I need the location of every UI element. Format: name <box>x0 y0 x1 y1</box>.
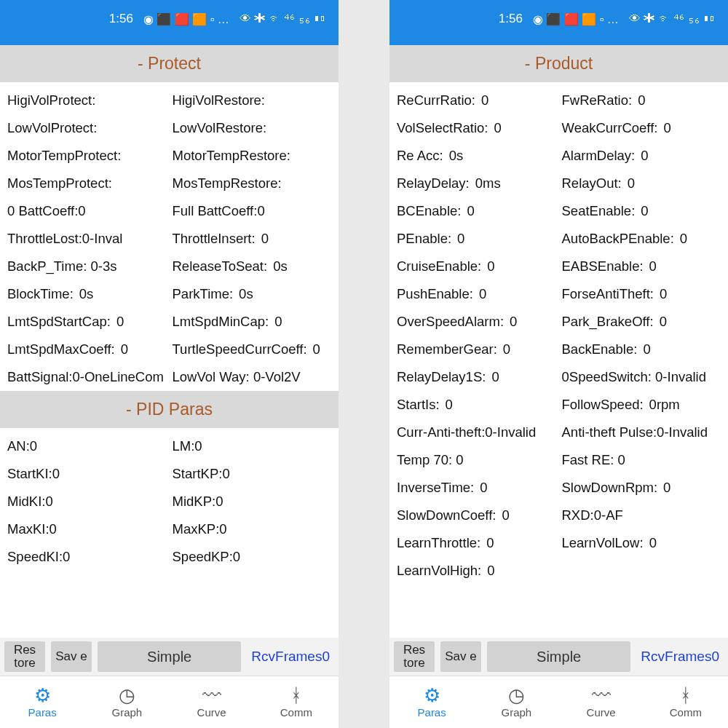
param-cell[interactable]: SlowDownCoeff:0 <box>394 502 559 529</box>
simple-button[interactable]: Simple <box>487 641 630 672</box>
param-cell[interactable]: BattSignal:0-OneLineCom <box>4 363 170 391</box>
param-cell[interactable]: LearnThrottle:0 <box>394 529 559 557</box>
param-cell[interactable]: MaxKP:0 <box>170 515 335 543</box>
param-cell[interactable]: LowVolProtect: <box>4 114 170 142</box>
param-cell[interactable]: EABSEnable:0 <box>559 253 724 280</box>
param-row: InverseTime:0SlowDownRpm:0 <box>389 474 728 502</box>
param-row: HigiVolProtect:HigiVolRestore: <box>0 87 339 114</box>
param-cell[interactable]: SpeedKI:0 <box>4 543 170 571</box>
param-cell[interactable]: HigiVolRestore: <box>170 87 335 114</box>
restore-button[interactable]: Res tore <box>394 641 435 672</box>
param-label: MidKP:0 <box>173 494 223 509</box>
section-header[interactable]: - Protect <box>0 45 339 82</box>
param-cell[interactable]: FwReRatio:0 <box>559 87 724 114</box>
param-value: 0 <box>446 397 453 412</box>
param-cell[interactable]: SpeedKP:0 <box>170 543 335 571</box>
param-cell[interactable]: Temp 70: 0 <box>394 446 559 474</box>
param-cell[interactable]: RelayDelay1S:0 <box>394 363 559 391</box>
param-cell[interactable]: AN:0 <box>4 432 170 460</box>
param-cell[interactable]: LmtSpdMaxCoeff:0 <box>4 336 170 363</box>
param-cell[interactable]: MosTempRestore: <box>170 170 335 197</box>
param-cell[interactable]: InverseTime:0 <box>394 474 559 502</box>
param-cell[interactable]: ReleaseToSeat:0s <box>170 253 335 280</box>
param-cell[interactable]: SlowDownRpm:0 <box>559 474 724 502</box>
param-cell[interactable]: Fast RE: 0 <box>559 446 724 474</box>
param-cell[interactable]: LmtSpdStartCap:0 <box>4 308 170 336</box>
param-cell[interactable]: VolSelectRatio:0 <box>394 114 559 142</box>
param-cell[interactable]: 0 BattCoeff:0 <box>4 197 170 225</box>
simple-button[interactable]: Simple <box>98 641 241 672</box>
nav-curve[interactable]: 〰 Curve <box>559 676 644 728</box>
param-cell[interactable]: LearnVolLow:0 <box>559 529 724 557</box>
param-label: RelayOut: <box>562 175 622 191</box>
nav-graph[interactable]: ◷ Graph <box>84 676 169 728</box>
param-cell[interactable]: ForseAntiTheft:0 <box>559 280 724 308</box>
param-cell[interactable]: BackP_Time: 0-3s <box>4 253 170 280</box>
param-cell[interactable]: MosTempProtect: <box>4 170 170 197</box>
param-cell[interactable]: MotorTempRestore: <box>170 142 335 170</box>
param-value: 0 <box>491 369 499 384</box>
param-cell[interactable]: MotorTempProtect: <box>4 142 170 170</box>
section-header[interactable]: - PID Paras <box>0 391 339 428</box>
param-cell[interactable]: RememberGear:0 <box>394 336 559 363</box>
param-cell[interactable]: PEnable:0 <box>394 225 559 253</box>
param-label: Re Acc: <box>397 148 443 163</box>
param-cell[interactable]: RXD:0-AF <box>559 502 724 529</box>
param-cell[interactable]: StartIs:0 <box>394 391 559 419</box>
param-cell[interactable]: LowVolRestore: <box>170 114 335 142</box>
nav-comm[interactable]: ᚼ Comm <box>254 676 339 728</box>
param-cell[interactable]: LowVol Way: 0-Vol2V <box>170 363 335 391</box>
nav-paras[interactable]: ⚙ Paras <box>0 676 84 728</box>
param-cell[interactable]: Park_BrakeOff:0 <box>559 308 724 336</box>
param-cell[interactable]: ThrottleLost:0-Inval <box>4 225 170 253</box>
param-label: MaxKI:0 <box>7 521 57 537</box>
param-cell[interactable]: FollowSpeed:0rpm <box>559 391 724 419</box>
nav-curve[interactable]: 〰 Curve <box>170 676 254 728</box>
param-cell[interactable]: TurtleSpeedCurrCoeff:0 <box>170 336 335 363</box>
param-cell[interactable]: Anti-theft Pulse:0-Invalid <box>559 419 724 446</box>
param-cell[interactable] <box>559 557 724 585</box>
param-label: ReCurrRatio: <box>397 92 475 108</box>
nav-comm[interactable]: ᚼ Comm <box>644 676 728 728</box>
param-cell[interactable]: MidKI:0 <box>4 488 170 515</box>
param-label: SlowDownRpm: <box>562 480 658 495</box>
save-button[interactable]: Sav e <box>51 641 92 672</box>
restore-button[interactable]: Res tore <box>4 641 45 672</box>
param-row: ThrottleLost:0-InvalThrottleInsert:0 <box>0 225 339 253</box>
param-cell[interactable]: CruiseEnable:0 <box>394 253 559 280</box>
param-cell[interactable]: ReCurrRatio:0 <box>394 87 559 114</box>
param-cell[interactable]: RelayOut:0 <box>559 170 724 197</box>
nav-graph[interactable]: ◷ Graph <box>474 676 558 728</box>
param-row: MaxKI:0MaxKP:0 <box>0 515 339 543</box>
param-cell[interactable]: MidKP:0 <box>170 488 335 515</box>
param-cell[interactable]: StartKP:0 <box>170 460 335 488</box>
param-cell[interactable]: SeatEnable:0 <box>559 197 724 225</box>
param-cell[interactable]: OverSpeedAlarm:0 <box>394 308 559 336</box>
nav-paras[interactable]: ⚙ Paras <box>389 676 474 728</box>
param-value: 0 <box>480 480 487 495</box>
param-cell[interactable]: MaxKI:0 <box>4 515 170 543</box>
param-cell[interactable]: HigiVolProtect: <box>4 87 170 114</box>
param-cell[interactable]: RelayDelay:0ms <box>394 170 559 197</box>
param-cell[interactable]: BlockTime:0s <box>4 280 170 308</box>
param-cell[interactable]: WeakCurrCoeff:0 <box>559 114 724 142</box>
section-header[interactable]: - Product <box>389 45 728 82</box>
param-cell[interactable]: AutoBackPEnable:0 <box>559 225 724 253</box>
param-cell[interactable]: LM:0 <box>170 432 335 460</box>
param-cell[interactable]: Full BattCoeff:0 <box>170 197 335 225</box>
param-cell[interactable]: LmtSpdMinCap:0 <box>170 308 335 336</box>
param-cell[interactable]: BCEnable:0 <box>394 197 559 225</box>
param-cell[interactable]: StartKI:0 <box>4 460 170 488</box>
param-cell[interactable]: Curr-Anti-theft:0-Invalid <box>394 419 559 446</box>
param-cell[interactable]: PushEnable:0 <box>394 280 559 308</box>
save-button[interactable]: Sav e <box>440 641 481 672</box>
param-cell[interactable]: ThrottleInsert:0 <box>170 225 335 253</box>
param-label: ReleaseToSeat: <box>173 258 268 274</box>
param-cell[interactable]: BackEnable:0 <box>559 336 724 363</box>
param-cell[interactable]: 0SpeedSwitch: 0-Invalid <box>559 363 724 391</box>
param-label: LearnThrottle: <box>397 535 480 550</box>
param-cell[interactable]: LearnVolHigh:0 <box>394 557 559 585</box>
param-cell[interactable]: AlarmDelay:0 <box>559 142 724 170</box>
param-cell[interactable]: Re Acc:0s <box>394 142 559 170</box>
param-cell[interactable]: ParkTime:0s <box>170 280 335 308</box>
